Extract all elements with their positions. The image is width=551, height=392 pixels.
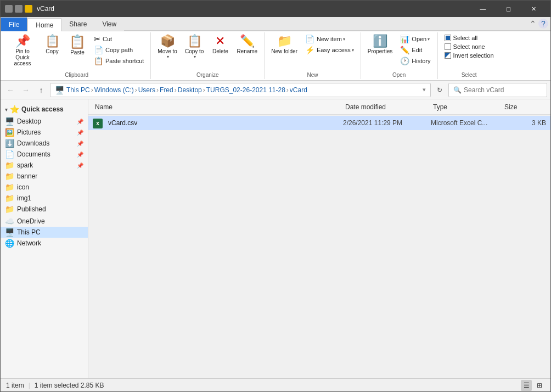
breadcrumb-part-0[interactable]: This PC [66,86,90,94]
ribbon-collapse-button[interactable]: ⌃ [527,19,538,28]
sidebar-item-downloads[interactable]: ⬇️ Downloads 📌 [1,138,88,149]
sidebar-item-icon[interactable]: 📁 icon [1,182,88,193]
ribbon-group-organize: 📦 Move to ▾ 📋 Copy to ▾ ✕ Delete ✏️ Rena… [151,32,265,79]
tab-file[interactable]: File [1,17,27,31]
tab-share[interactable]: Share [61,18,94,31]
column-size[interactable]: Size [502,103,546,111]
breadcrumb-part-4[interactable]: Desktop [178,86,202,94]
ribbon: 📌 Pin to Quick access 📋 Copy 📋 Paste ✂ [1,31,550,81]
paste-icon: 📋 [69,35,86,48]
invert-selection-icon [445,52,451,59]
file-list: x vCard.csv 2/26/2021 11:29 PM Microsoft… [88,115,550,378]
sidebar-item-spark[interactable]: 📁 spark 📌 [1,160,88,171]
new-item-button[interactable]: 📄 New item ▾ [302,33,357,44]
window-title: vCard [37,5,470,13]
banner-folder-icon: 📁 [5,172,14,181]
breadcrumb-part-5[interactable]: TURGS_02-26-2021 11-28 [206,86,285,94]
sidebar-item-onedrive[interactable]: ☁️ OneDrive [1,216,88,227]
properties-button[interactable]: ℹ️ Properties [364,33,396,56]
address-dropdown-button[interactable]: ▾ [423,86,426,93]
quick-access-header[interactable]: ▾ ⭐ Quick access [1,103,88,116]
copy-icon: 📋 [45,35,60,47]
edit-button[interactable]: ✏️ Edit [397,44,434,55]
new-item-icon: 📄 [305,35,314,43]
search-icon: 🔍 [453,86,462,94]
sidebar-item-network[interactable]: 🌐 Network [1,238,88,249]
up-button[interactable]: ↑ [35,83,48,97]
column-date-modified[interactable]: Date modified [343,103,431,111]
nav-bar: ← → ↑ 🖥️ This PC › Windows (C:) › Users … [1,81,550,99]
new-item-arrow: ▾ [343,37,345,42]
onedrive-icon: ☁️ [5,217,14,226]
history-button[interactable]: 🕐 History [397,55,434,66]
select-all-button[interactable]: Select all [441,33,497,42]
pin-indicator-desktop: 📌 [77,119,83,125]
pin-quick-access-button[interactable]: 📌 Pin to Quick access [6,33,39,68]
search-input[interactable] [464,86,542,94]
sidebar-item-this-pc[interactable]: 🖥️ This PC [1,227,88,238]
ribbon-group-open: ℹ️ Properties 📊 Open ▾ ✏️ Edit 🕐 [361,32,438,79]
clipboard-label: Clipboard [6,71,147,78]
move-to-icon: 📦 [160,35,175,47]
invert-selection-button[interactable]: Invert selection [441,51,497,60]
sidebar-item-img1[interactable]: 📁 img1 [1,193,88,204]
refresh-button[interactable]: ↻ [433,83,446,97]
move-to-button[interactable]: 📦 Move to ▾ [154,33,181,61]
rename-icon: ✏️ [240,35,255,47]
easy-access-button[interactable]: ⚡ Easy access ▾ [302,44,357,55]
sidebar: ▾ ⭐ Quick access 🖥️ Desktop 📌 🖼️ Picture… [1,99,88,378]
table-row[interactable]: x vCard.csv 2/26/2021 11:29 PM Microsoft… [88,116,550,130]
help-button[interactable]: ? [538,19,548,29]
address-bar[interactable]: 🖥️ This PC › Windows (C:) › Users › Fred… [50,83,431,97]
open-button[interactable]: 📊 Open ▾ [397,33,434,44]
copy-to-button[interactable]: 📋 Copy to ▾ [182,33,207,61]
clipboard-small-buttons: ✂ Cut 📄 Copy path 📋 Paste shortcut [91,33,147,66]
file-size: 3 KB [502,119,546,127]
sidebar-item-documents[interactable]: 📄 Documents 📌 [1,149,88,160]
tab-view[interactable]: View [94,18,124,31]
column-type[interactable]: Type [431,103,502,111]
delete-button[interactable]: ✕ Delete [208,33,232,56]
sidebar-item-published[interactable]: 📁 Published [1,204,88,215]
paste-shortcut-button[interactable]: 📋 Paste shortcut [91,55,147,66]
sidebar-item-banner[interactable]: 📁 banner [1,171,88,182]
new-folder-button[interactable]: 📁 New folder [268,33,301,56]
breadcrumb-part-6[interactable]: vCard [290,86,307,94]
copy-to-icon: 📋 [187,35,202,47]
file-area: Name Date modified Type Size x vCard.csv… [88,99,550,378]
file-date-modified: 2/26/2021 11:29 PM [343,119,431,127]
select-label: Select [441,71,497,78]
copy-button[interactable]: 📋 Copy [40,33,64,56]
select-none-button[interactable]: Select none [441,42,497,51]
sidebar-item-pictures[interactable]: 🖼️ Pictures 📌 [1,127,88,138]
history-icon: 🕐 [400,57,409,65]
statusbar-item-count: 1 item [6,382,24,389]
close-button[interactable]: ✕ [521,1,546,17]
rename-button[interactable]: ✏️ Rename [233,33,261,56]
tab-home[interactable]: Home [27,18,61,31]
select-none-icon [445,43,451,50]
statusbar: 1 item | 1 item selected 2.85 KB ☰ ⊞ [1,378,550,391]
file-name: vCard.csv [108,119,343,127]
breadcrumb-part-3[interactable]: Fred [160,86,173,94]
forward-button[interactable]: → [19,83,32,97]
new-small-buttons: 📄 New item ▾ ⚡ Easy access ▾ [302,33,357,55]
select-all-icon [445,35,451,41]
view-tiles-button[interactable]: ⊞ [534,380,545,391]
cut-button[interactable]: ✂ Cut [91,33,147,44]
back-button[interactable]: ← [4,83,17,97]
breadcrumb-part-2[interactable]: Users [138,86,155,94]
pin-indicator-documents: 📌 [77,152,83,158]
pin-indicator-downloads: 📌 [77,141,83,147]
main-area: ▾ ⭐ Quick access 🖥️ Desktop 📌 🖼️ Picture… [1,99,550,378]
column-name[interactable]: Name [93,103,343,111]
sidebar-item-desktop[interactable]: 🖥️ Desktop 📌 [1,116,88,127]
breadcrumb-part-1[interactable]: Windows (C:) [94,86,134,94]
file-excel-icon: x [93,117,105,128]
paste-button[interactable]: 📋 Paste [65,33,89,57]
copy-path-button[interactable]: 📄 Copy path [91,44,147,55]
maximize-button[interactable]: ◻ [496,1,521,17]
quick-access-star-icon: ⭐ [10,105,19,114]
minimize-button[interactable]: — [470,1,496,17]
view-details-button[interactable]: ☰ [521,380,532,391]
